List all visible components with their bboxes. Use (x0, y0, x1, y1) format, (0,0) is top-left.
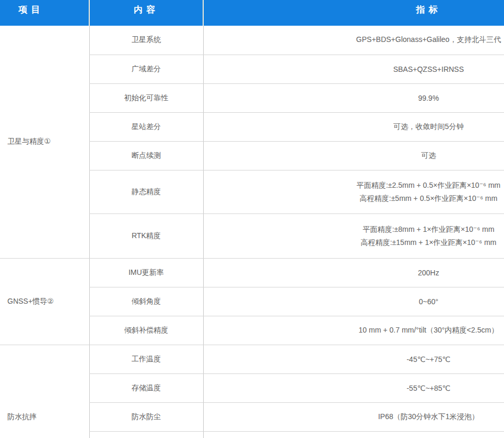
column-header-item: 项目 (0, 0, 89, 26)
spec-cell: 200Hz (203, 258, 504, 287)
spec-cell: -55℃~+85℃ (203, 373, 504, 402)
content-cell: 断点续测 (89, 141, 203, 170)
column-header-spec: 指标 (203, 0, 504, 26)
content-cell: 倾斜角度 (89, 287, 203, 316)
content-cell: RTK精度 (89, 213, 203, 258)
section-label-waterproof-shockproof: 防水抗摔 (0, 345, 89, 438)
content-cell: 倾斜补偿精度 (89, 316, 203, 345)
spec-cell: 平面精度:±8mm + 1×作业距离×10⁻⁶ mm 高程精度:±15mm + … (203, 213, 504, 258)
spec-cell: SBAS+QZSS+IRNSS (203, 55, 504, 83)
content-cell: 防水防尘 (89, 402, 203, 431)
spec-cell: 10 mm + 0.7 mm/°tilt（30°内精度<2.5cm） (203, 316, 504, 345)
spec-cell: IP68（防30分钟水下1米浸泡） (203, 402, 504, 431)
table-row: 防水抗摔 工作温度 -45℃~+75℃ (0, 345, 504, 373)
content-cell: 卫星系统 (89, 26, 203, 55)
table-header: 项目 内容 指标 (0, 0, 504, 26)
table-row: GNSS+惯导② IMU更新率 200Hz (0, 258, 504, 287)
table-row: 卫星与精度① 卫星系统 GPS+BDS+Glonass+Galileo，支持北斗… (0, 26, 504, 55)
spec-cell (203, 431, 504, 438)
section-label-gnss-ins: GNSS+惯导② (0, 258, 89, 345)
content-cell: 静态精度 (89, 170, 203, 213)
content-cell: 广域差分 (89, 55, 203, 83)
spec-line: 平面精度:±8mm + 1×作业距离×10⁻⁶ mm (204, 223, 504, 236)
column-header-content: 内容 (89, 0, 203, 26)
spec-cell: 0~60° (203, 287, 504, 316)
spec-line: 高程精度:±15mm + 1×作业距离×10⁻⁶ mm (204, 236, 504, 249)
page-viewport: 项目 内容 指标 卫星与精度① 卫星系统 GPS+BDS+Glonass+Gal… (0, 0, 504, 438)
spec-line: 高程精度:±5mm + 0.5×作业距离×10⁻⁶ mm (204, 192, 504, 205)
spec-line: 平面精度:±2.5mm + 0.5×作业距离×10⁻⁶ mm (204, 179, 504, 192)
spec-cell: -45℃~+75℃ (203, 345, 504, 373)
content-cell (89, 431, 203, 438)
content-cell: 星站差分 (89, 112, 203, 141)
spec-cell: 可选 (203, 141, 504, 170)
spec-table: 项目 内容 指标 卫星与精度① 卫星系统 GPS+BDS+Glonass+Gal… (0, 0, 504, 438)
content-cell: 工作温度 (89, 345, 203, 373)
header-row: 项目 内容 指标 (0, 0, 504, 26)
content-cell: 存储温度 (89, 373, 203, 402)
spec-cell: 可选，收敛时间5分钟 (203, 112, 504, 141)
content-cell: 初始化可靠性 (89, 83, 203, 112)
spec-cell: GPS+BDS+Glonass+Galileo，支持北斗三代 (203, 26, 504, 55)
spec-cell: 平面精度:±2.5mm + 0.5×作业距离×10⁻⁶ mm 高程精度:±5mm… (203, 170, 504, 213)
spec-cell: 99.9% (203, 83, 504, 112)
content-cell: IMU更新率 (89, 258, 203, 287)
section-label-satellite-accuracy: 卫星与精度① (0, 26, 89, 258)
